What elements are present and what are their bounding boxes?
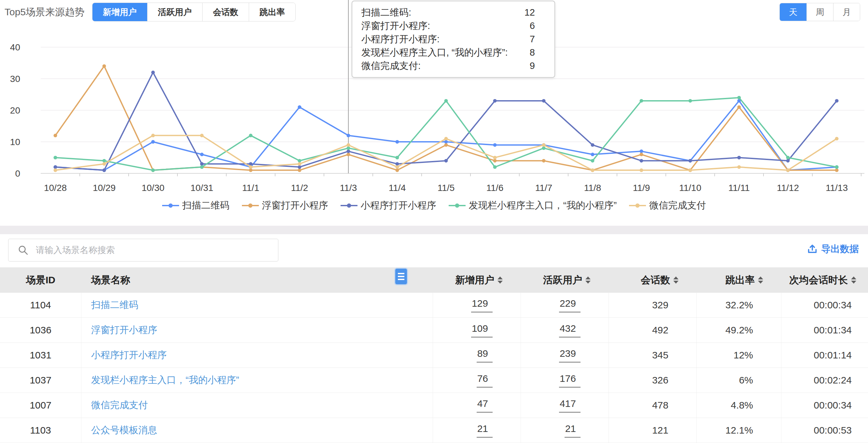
- new-users-link[interactable]: 76: [477, 373, 493, 388]
- scene-name-cell: 扫描二维码: [82, 293, 433, 317]
- legend-item[interactable]: 小程序打开小程序: [341, 199, 436, 212]
- legend-item[interactable]: 微信完成支付: [629, 199, 706, 212]
- search-input[interactable]: [36, 240, 278, 260]
- scene-id-cell: 1037: [0, 368, 82, 393]
- column-settings-icon[interactable]: [395, 269, 407, 284]
- tooltip-row: 微信完成支付:9: [362, 59, 545, 72]
- tooltip-series-value: 12: [525, 7, 545, 18]
- scene-search-box[interactable]: [8, 239, 278, 262]
- active-users-cell: 417: [521, 393, 609, 418]
- active-users-cell: 229: [521, 293, 609, 317]
- export-data-button[interactable]: 导出数据: [807, 243, 859, 255]
- legend-label: 扫描二维码: [182, 199, 229, 212]
- legend-label: 微信完成支付: [649, 199, 706, 212]
- column-header-label: 会话数: [641, 274, 670, 287]
- tooltip-row: 发现栏小程序主入口, “我的小程序”:8: [362, 46, 545, 59]
- scene-name-link[interactable]: 公众号模板消息: [91, 424, 157, 437]
- sort-icon[interactable]: [673, 276, 679, 284]
- scene-name-cell: 微信完成支付: [82, 393, 433, 418]
- scene-id-cell: 1104: [0, 293, 82, 317]
- tooltip-row: 小程序打开小程序:7: [362, 33, 545, 46]
- bounce-rate-cell: 32.2%: [697, 293, 781, 317]
- column-header-4[interactable]: 会话数: [609, 267, 697, 293]
- sort-icon[interactable]: [758, 276, 763, 284]
- scene-name-link[interactable]: 微信完成支付: [91, 399, 148, 412]
- tab-bounce-rate[interactable]: 跳出率: [249, 3, 295, 21]
- new-users-cell: 89: [433, 343, 521, 368]
- legend-marker-icon: [341, 203, 358, 208]
- legend-item[interactable]: 扫描二维码: [162, 199, 229, 212]
- tooltip-series-label: 发现栏小程序主入口, “我的小程序”:: [362, 46, 521, 59]
- active-users-link[interactable]: 432: [559, 323, 581, 338]
- active-users-link[interactable]: 417: [559, 398, 581, 413]
- legend-label: 发现栏小程序主入口，“我的小程序”: [469, 199, 617, 212]
- bounce-rate-cell: 12%: [697, 343, 781, 368]
- active-users-link[interactable]: 21: [564, 423, 581, 438]
- scene-name-link[interactable]: 浮窗打开小程序: [91, 323, 157, 337]
- scene-id-cell: 1031: [0, 343, 82, 368]
- avg-duration-cell: 00:00:34: [781, 393, 868, 418]
- bounce-rate-cell: 12.1%: [697, 418, 781, 443]
- legend-marker-icon: [448, 203, 466, 208]
- table-row: 1007微信完成支付474174784.8%00:00:34: [0, 393, 868, 418]
- sessions-cell: 326: [609, 368, 697, 393]
- avg-duration-cell: 00:00:34: [781, 293, 868, 317]
- new-users-link[interactable]: 89: [477, 348, 493, 363]
- tab-period-month[interactable]: 月: [833, 3, 860, 21]
- tab-sessions[interactable]: 会话数: [202, 3, 249, 21]
- sort-icon[interactable]: [497, 276, 503, 284]
- legend-marker-icon: [242, 203, 259, 208]
- sort-icon[interactable]: [851, 276, 856, 284]
- scene-name-cell: 浮窗打开小程序: [82, 318, 433, 342]
- tab-active-users[interactable]: 活跃用户: [147, 3, 202, 21]
- column-header-2[interactable]: 新增用户: [433, 267, 521, 293]
- active-users-link[interactable]: 239: [559, 348, 581, 363]
- scene-name-link[interactable]: 发现栏小程序主入口，“我的小程序”: [91, 374, 239, 387]
- column-header-6[interactable]: 次均会话时长: [781, 267, 868, 293]
- legend-item[interactable]: 浮窗打开小程序: [242, 199, 328, 212]
- sessions-cell: 329: [609, 293, 697, 317]
- active-users-cell: 432: [521, 318, 609, 342]
- new-users-cell: 76: [433, 368, 521, 393]
- tooltip-series-label: 扫描二维码:: [362, 6, 424, 19]
- column-header-label: 新增用户: [455, 274, 494, 287]
- svg-text:11/2: 11/2: [291, 183, 308, 193]
- svg-text:11/6: 11/6: [487, 183, 503, 193]
- new-users-link[interactable]: 21: [477, 423, 493, 438]
- new-users-link[interactable]: 109: [471, 323, 493, 338]
- trend-card: 01020304010/2810/2910/3010/3111/111/211/…: [0, 0, 868, 226]
- tooltip-series-value: 6: [530, 21, 545, 31]
- tab-period-day[interactable]: 天: [780, 3, 806, 21]
- legend-item[interactable]: 发现栏小程序主入口，“我的小程序”: [448, 199, 617, 212]
- svg-text:11/13: 11/13: [826, 183, 848, 193]
- svg-text:0: 0: [15, 169, 20, 178]
- bounce-rate-cell: 49.2%: [697, 318, 781, 342]
- legend-marker-icon: [629, 203, 646, 208]
- scene-id-cell: 1103: [0, 418, 82, 443]
- scene-name-cell: 小程序打开小程序: [82, 343, 433, 368]
- active-users-link[interactable]: 229: [559, 298, 581, 313]
- new-users-link[interactable]: 47: [477, 398, 493, 413]
- svg-text:10/29: 10/29: [93, 183, 116, 193]
- section-separator: [0, 226, 868, 234]
- active-users-link[interactable]: 176: [559, 373, 581, 388]
- active-users-cell: 239: [521, 343, 609, 368]
- svg-text:10/31: 10/31: [190, 183, 213, 193]
- chart-tooltip: 扫描二维码:12浮窗打开小程序:6小程序打开小程序:7发现栏小程序主入口, “我…: [352, 1, 555, 78]
- tooltip-series-label: 小程序打开小程序:: [362, 33, 453, 46]
- tab-period-week[interactable]: 周: [806, 3, 833, 21]
- new-users-cell: 109: [433, 318, 521, 342]
- svg-text:11/5: 11/5: [438, 183, 455, 193]
- table-row: 1036浮窗打开小程序10943249249.2%00:01:34: [0, 318, 868, 343]
- new-users-link[interactable]: 129: [471, 298, 493, 313]
- sort-icon[interactable]: [585, 276, 591, 284]
- column-header-5[interactable]: 跳出率: [697, 267, 781, 293]
- table-row: 1103公众号模板消息212112112.1%00:00:53: [0, 418, 868, 443]
- column-header-label: 跳出率: [725, 274, 755, 287]
- tab-new-users[interactable]: 新增用户: [92, 3, 147, 21]
- scene-name-link[interactable]: 小程序打开小程序: [91, 349, 167, 362]
- scene-name-cell: 发现栏小程序主入口，“我的小程序”: [82, 368, 433, 393]
- scene-name-link[interactable]: 扫描二维码: [91, 299, 138, 312]
- column-header-3[interactable]: 活跃用户: [521, 267, 609, 293]
- svg-text:11/9: 11/9: [633, 183, 650, 193]
